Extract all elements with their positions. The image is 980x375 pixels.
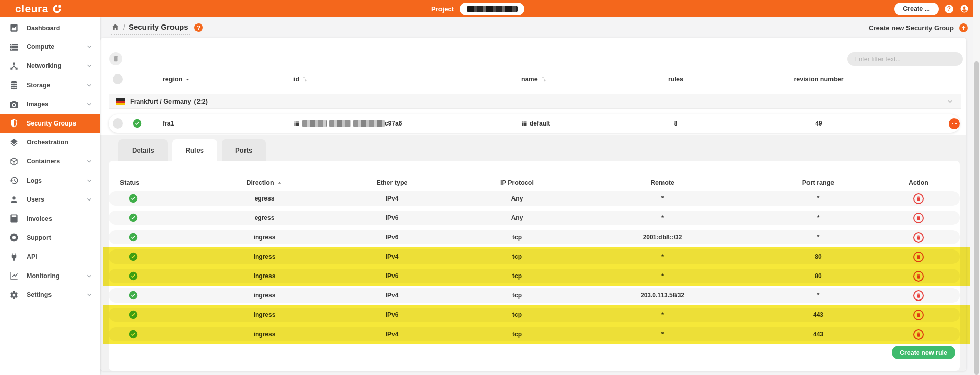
rule-status-ok-icon [109,213,201,222]
sidebar-item-settings[interactable]: Settings [0,285,100,304]
chevron-down-icon [86,62,93,69]
cell-name: default [520,120,607,127]
plus-circle-icon[interactable]: + [959,23,968,32]
breadcrumb-separator: / [123,23,125,31]
help-icon[interactable]: ? [945,5,953,13]
rules-table-header: Status Direction Ether type IP Protocol … [109,176,960,189]
user-account-icon[interactable] [960,4,969,13]
security-group-row[interactable]: fra1 c97a6 default 8 [109,114,960,133]
delete-rule-button[interactable] [913,252,924,262]
project-selector[interactable]: Project [431,0,524,17]
create-security-group-link[interactable]: Create new Security Group + [869,23,968,32]
rule-row[interactable]: ingressIPv6tcp2001:db8::/32* [109,230,960,244]
column-header-direction[interactable]: Direction [201,179,328,186]
security-groups-table-header: region id name rules revision number [109,71,960,87]
sidebar-item-networking[interactable]: Networking [0,57,100,76]
select-all-checkbox[interactable] [113,74,123,84]
sidebar-item-containers[interactable]: Containers [0,152,100,171]
column-header-port-range[interactable]: Port range [747,179,890,186]
sidebar-item-storage[interactable]: Storage [0,76,100,94]
rule-row[interactable]: egressIPv6Any** [109,211,960,225]
rule-ip-protocol: Any [456,195,578,202]
logs-icon [9,176,19,185]
users-icon [9,195,19,205]
tab-details[interactable]: Details [118,139,168,161]
region-group-row[interactable]: Frankfurt / Germany (2:2) [109,94,961,109]
delete-rule-button[interactable] [913,329,924,340]
home-icon[interactable] [111,23,119,31]
delete-rule-button[interactable] [913,213,924,223]
column-header-status[interactable]: Status [109,179,201,186]
project-value-pill[interactable] [460,3,524,15]
create-menu-button[interactable]: Create ... [894,3,939,15]
sidebar-item-orchestration[interactable]: Orchestration [0,133,100,152]
delete-rule-button[interactable] [913,193,924,204]
scrollbar-thumb[interactable] [974,61,979,375]
delete-rule-button[interactable] [913,232,924,243]
sidebar-item-images[interactable]: Images [0,95,100,114]
sidebar-item-compute[interactable]: Compute [0,37,100,56]
create-new-rule-button[interactable]: Create new rule [892,346,955,359]
rule-port-range: * [747,195,890,202]
delete-rule-button[interactable] [913,290,924,301]
rule-status-ok-icon [109,194,201,203]
sidebar-item-invoices[interactable]: Invoices [0,209,100,228]
sidebar-item-security-groups[interactable]: Security Groups [0,114,100,133]
redacted-id-segment [329,120,351,127]
rule-row[interactable]: ingressIPv4tcp203.0.113.58/32* [109,288,960,303]
column-header-region[interactable]: region [148,76,280,83]
rule-remote: * [578,272,747,280]
column-header-name[interactable]: name [520,76,607,83]
rule-row[interactable]: egressIPv4Any** [109,191,960,206]
bulk-delete-button[interactable] [109,52,122,65]
id-visible-suffix: c97a6 [385,120,402,127]
rule-row[interactable]: ingressIPv4tcp*80 [109,249,960,264]
rule-row[interactable]: ingressIPv6tcp*443 [109,308,960,322]
sidebar-item-logs[interactable]: Logs [0,171,100,190]
tab-ports[interactable]: Ports [222,139,266,161]
column-header-rules[interactable]: rules [607,76,745,83]
sidebar-item-api[interactable]: API [0,247,100,266]
sidebar-item-label: Networking [27,62,86,69]
row-checkbox[interactable] [113,118,123,129]
chevron-down-icon [86,291,93,298]
cell-revision-number: 49 [745,120,893,127]
row-actions-menu-button[interactable] [949,118,960,129]
chevron-down-icon [86,158,93,165]
column-header-ip-protocol[interactable]: IP Protocol [456,179,578,186]
filter-input[interactable] [847,52,963,66]
sidebar-item-dashboard[interactable]: Dashboard [0,18,100,37]
cleura-logo[interactable]: cleura [15,0,62,17]
rule-row[interactable]: ingressIPv6tcp*80 [109,269,960,283]
breadcrumb-path[interactable]: / Security Groups [111,20,190,35]
tab-rules[interactable]: Rules [172,139,217,161]
delete-rule-button[interactable] [913,310,924,320]
page-help-icon[interactable]: ? [194,23,203,32]
rule-direction: ingress [201,331,328,338]
column-header-remote[interactable]: Remote [578,179,747,186]
sidebar-item-label: Orchestration [27,139,93,146]
rule-status-ok-icon [109,252,201,261]
support-icon [9,233,19,242]
column-header-ether-type[interactable]: Ether type [328,179,456,186]
rule-remote: 203.0.113.58/32 [578,292,747,299]
chevron-down-icon [86,43,93,51]
sidebar-item-support[interactable]: Support [0,228,100,247]
column-header-id[interactable]: id [280,76,520,83]
collapse-group-icon[interactable] [946,97,954,105]
column-header-revision[interactable]: revision number [745,76,893,83]
rule-remote: * [578,214,747,221]
chevron-down-icon [86,101,93,108]
rule-row[interactable]: ingressIPv4tcp*443 [109,327,960,341]
rule-ether-type: IPv4 [328,195,456,202]
rule-direction: egress [201,214,328,221]
table-grid-icon [293,120,300,127]
rule-ip-protocol: tcp [456,253,578,260]
page-scrollbar[interactable] [973,0,980,375]
rule-status-ok-icon [109,330,201,339]
sidebar-item-monitoring[interactable]: Monitoring [0,266,100,285]
region-group-count: (2:2) [194,98,207,105]
delete-rule-button[interactable] [913,271,924,282]
sidebar-item-users[interactable]: Users [0,190,100,209]
dashboard-icon [9,23,19,33]
